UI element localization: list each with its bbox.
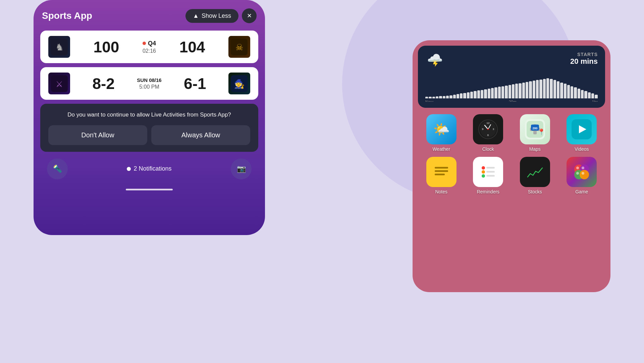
notifications-count: 2 Notifications	[133, 165, 171, 172]
svg-rect-29	[435, 170, 448, 172]
svg-rect-28	[435, 167, 448, 169]
chart-label-30m: 30m	[509, 100, 517, 102]
svg-text:🧙: 🧙	[234, 79, 245, 89]
svg-point-34	[482, 170, 485, 174]
chart-bars-container	[425, 75, 598, 98]
app-item-games[interactable]: Game	[560, 157, 604, 194]
svg-rect-33	[486, 167, 495, 169]
app-item-clock[interactable]: 12 3 6 9 Clock	[467, 114, 510, 152]
chart-bar	[533, 81, 535, 98]
show-less-button[interactable]: ▲ Show Less	[185, 9, 238, 23]
chart-bar	[508, 85, 511, 98]
team4-score: 6-1	[184, 75, 206, 93]
game2-time: 5:00 PM	[137, 84, 161, 90]
games-app-icon	[567, 157, 597, 187]
chart-bar	[446, 96, 449, 98]
svg-point-36	[482, 174, 485, 178]
svg-point-42	[580, 170, 589, 179]
chart-label-now: Now	[425, 100, 433, 102]
chart-bar	[536, 80, 539, 98]
svg-point-32	[482, 166, 485, 170]
game1-info: Q4 02:16	[143, 40, 156, 54]
phone-bottom-bar: 🔦 2 Notifications 📷	[40, 156, 258, 182]
svg-text:📍: 📍	[538, 128, 545, 136]
svg-text:12: 12	[487, 122, 490, 125]
chart-bar	[453, 95, 456, 98]
team2-logo: ☠	[228, 36, 250, 58]
chart-bar	[481, 90, 483, 98]
chart-bar	[512, 84, 515, 98]
weather-app-label: Weather	[432, 146, 450, 152]
live-dot	[143, 42, 146, 45]
left-phone: Sports App ▲ Show Less ✕ ♞ 100 Q4	[34, 0, 265, 235]
clock-app-label: Clock	[482, 146, 494, 152]
chart-bar	[584, 91, 587, 98]
chart-bar	[560, 83, 563, 98]
chart-bar	[477, 90, 480, 98]
chart-bar	[467, 92, 470, 98]
chart-bar	[550, 79, 552, 98]
chart-bar	[591, 93, 594, 98]
chart-bar	[571, 86, 573, 98]
chart-bar	[557, 81, 559, 98]
chart-bar	[449, 95, 452, 98]
chart-bar	[501, 86, 504, 98]
flashlight-button[interactable]: 🔦	[47, 158, 68, 179]
app-item-reminders[interactable]: Reminders	[467, 157, 510, 194]
svg-point-44	[582, 167, 584, 169]
svg-text:9: 9	[482, 128, 484, 131]
dont-allow-button[interactable]: Don't Allow	[48, 125, 147, 145]
notes-app-label: Notes	[435, 189, 447, 194]
quarter-label: Q4	[148, 40, 156, 47]
svg-point-46	[582, 172, 584, 175]
chart-bar	[546, 78, 549, 98]
chart-bar	[494, 87, 497, 98]
clock-app-icon: 12 3 6 9	[473, 114, 503, 144]
chart-bar	[595, 95, 597, 98]
chart-bar	[429, 97, 431, 98]
chart-bar	[460, 93, 463, 98]
chart-bar	[581, 90, 584, 98]
app-item-stocks[interactable]: Stocks	[513, 157, 557, 194]
chart-bar	[457, 94, 459, 98]
chart-bar	[574, 87, 577, 98]
team1-score: 100	[94, 38, 119, 56]
game-date: SUN 08/16	[137, 77, 161, 83]
app-item-weather[interactable]: 🌤️ Weather	[420, 114, 463, 152]
close-button[interactable]: ✕	[242, 8, 257, 23]
weather-starts-info: STARTS 20 mins	[570, 52, 598, 66]
starts-label: STARTS	[570, 52, 598, 57]
team3-score: 8-2	[92, 75, 114, 93]
team4-logo: 🧙	[228, 73, 250, 94]
flashlight-icon: 🔦	[53, 165, 62, 173]
chart-bar	[578, 89, 580, 98]
svg-text:3: 3	[493, 128, 494, 131]
chart-bar	[498, 87, 501, 98]
svg-rect-30	[435, 174, 445, 175]
chart-bar	[436, 96, 438, 98]
svg-text:6: 6	[487, 134, 489, 137]
chart-bar	[529, 81, 532, 98]
svg-point-17	[487, 129, 489, 130]
weather-icon: 🌤️	[433, 122, 450, 137]
chevron-up-icon: ▲	[193, 12, 199, 19]
chart-bar	[539, 80, 542, 98]
svg-point-43	[576, 167, 579, 169]
app-item-videos[interactable]: Videos	[560, 114, 604, 152]
chart-bar	[484, 89, 487, 98]
svg-text:280: 280	[532, 127, 537, 130]
chart-bar	[470, 92, 473, 98]
app-item-maps[interactable]: 280 📍 Maps	[513, 114, 557, 152]
phone-header: Sports App ▲ Show Less ✕	[40, 7, 258, 27]
chart-bar	[443, 96, 445, 98]
app-item-notes[interactable]: Notes	[420, 157, 463, 194]
reminders-app-icon	[473, 157, 503, 187]
show-less-label: Show Less	[202, 12, 231, 19]
always-allow-button[interactable]: Always Allow	[151, 125, 250, 145]
chart-bar	[432, 97, 435, 98]
reminders-app-label: Reminders	[477, 189, 499, 194]
permission-buttons: Don't Allow Always Allow	[48, 125, 250, 145]
chart-bar	[463, 93, 466, 98]
camera-button[interactable]: 📷	[231, 158, 252, 179]
chart-bar	[526, 82, 528, 98]
